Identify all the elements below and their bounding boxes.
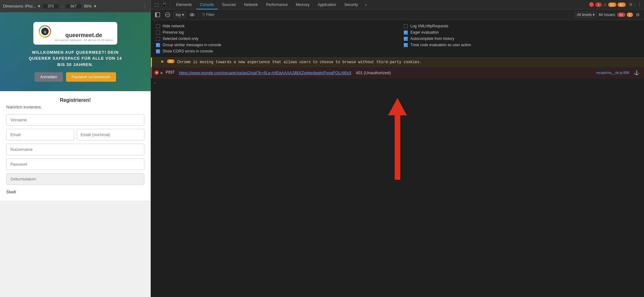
clear-icon xyxy=(165,12,170,17)
tab-elements[interactable]: Elements xyxy=(172,0,196,9)
warning-count-badge: 82 xyxy=(608,3,616,7)
username-input[interactable] xyxy=(6,144,144,155)
filter-icon: ▽ xyxy=(202,13,205,17)
context-label: top xyxy=(176,13,181,17)
devtools-panel: ⬚ 📱 Elements Console Sources Network Per… xyxy=(151,0,644,297)
warning-triangle-icon: ⚠ xyxy=(603,2,607,7)
show-cors-checkbox[interactable] xyxy=(156,49,160,53)
treat-code-label: Treat code evaluation as user action xyxy=(410,43,471,47)
eager-eval-label: Eager evaluation xyxy=(410,30,439,35)
error-count-badge: 1 xyxy=(595,3,602,7)
warning-count-badge2: 82 xyxy=(618,3,626,7)
birthdate-input[interactable] xyxy=(6,173,144,185)
setting-treat-code: Treat code evaluation as user action xyxy=(404,43,639,47)
issues-label: 84 Issues: xyxy=(599,13,616,17)
context-selector[interactable]: top ▾ xyxy=(174,12,186,18)
clear-console-button[interactable] xyxy=(164,11,172,18)
zoom-chevron[interactable]: ▾ xyxy=(94,4,96,8)
show-cors-label: Show CORS errors in console xyxy=(163,49,213,53)
email-confirm-input[interactable] xyxy=(77,129,145,140)
devtools-tabbar: ⬚ 📱 Elements Console Sources Network Per… xyxy=(151,0,644,9)
issues-settings-icon[interactable]: ⚙ xyxy=(634,11,641,18)
preserve-log-checkbox[interactable] xyxy=(156,30,160,35)
autocomplete-label: Autocomplete from history xyxy=(410,36,454,41)
warning-count: 82 xyxy=(167,59,175,63)
selected-context-checkbox[interactable] xyxy=(156,37,160,41)
hide-network-checkbox[interactable] xyxy=(156,24,160,28)
password-input[interactable] xyxy=(6,158,144,170)
error-expand-icon[interactable]: ▶ xyxy=(161,71,163,74)
error-source-link[interactable]: recaptcha__de.js:808 xyxy=(596,71,629,74)
setting-show-cors: Show CORS errors in console xyxy=(156,49,391,53)
browser-panel: Dimensions: iPho... ▾ x 86% ▾ ⋮ xyxy=(0,0,151,297)
setting-preserve-log: Preserve log xyxy=(156,30,391,35)
sidebar-toggle-button[interactable] xyxy=(153,11,162,18)
tab-network[interactable]: Network xyxy=(240,0,262,9)
log-level-selector[interactable]: All levels ▾ xyxy=(575,12,597,18)
error-message: ✕ ▶ POST https://www.google.com/recaptch… xyxy=(151,67,644,78)
logo-box: q queermeet.de dein queerer Safespace – … xyxy=(33,22,118,45)
dimensions-chevron[interactable]: ▾ xyxy=(38,4,40,8)
eager-eval-checkbox[interactable] xyxy=(404,30,408,35)
group-similar-checkbox[interactable] xyxy=(156,43,160,47)
log-xmlhttp-label: Log XMLHttpRequests xyxy=(410,24,448,28)
error-icon: ✕ xyxy=(154,70,159,75)
zoom-label: 86% xyxy=(84,4,92,8)
dimensions-label: Dimensions: iPho... xyxy=(3,4,36,8)
city-label: Stadt xyxy=(6,190,144,194)
firstname-input[interactable] xyxy=(6,114,144,126)
prompt-icon: › xyxy=(154,80,156,85)
filter-input[interactable] xyxy=(218,13,573,17)
inspect-element-icon[interactable]: ⬚ xyxy=(153,1,160,8)
error-link-icon[interactable]: ⚓ xyxy=(632,69,641,76)
tab-sources[interactable]: Sources xyxy=(218,0,240,9)
browser-content: q queermeet.de dein queerer Safespace – … xyxy=(0,13,151,297)
email-row xyxy=(6,129,144,140)
site-content: q queermeet.de dein queerer Safespace – … xyxy=(0,13,151,297)
setting-autocomplete: Autocomplete from history xyxy=(404,36,639,41)
tab-application[interactable]: Application xyxy=(314,0,340,9)
issues-error-badge: 82 xyxy=(617,13,625,17)
eye-button[interactable] xyxy=(188,11,196,18)
more-options-icon[interactable]: ⋮ xyxy=(142,3,147,9)
tab-security[interactable]: Security xyxy=(341,0,362,9)
autocomplete-checkbox[interactable] xyxy=(404,37,408,41)
filter-button[interactable]: ▽ Filter xyxy=(200,12,217,18)
tab-memory[interactable]: Memory xyxy=(292,0,313,9)
devtools-settings-icon[interactable]: ⚙ xyxy=(629,2,633,7)
console-messages: ▶ 82 Chrome is moving towards a new expe… xyxy=(151,58,644,297)
badge-group: 🔴 1 ⚠ 82 82 ⚙ ⋮ xyxy=(589,2,641,7)
svg-rect-7 xyxy=(155,13,157,17)
method-label: POST xyxy=(166,70,177,75)
logo-svg: q xyxy=(38,25,52,38)
email-input[interactable] xyxy=(6,129,74,140)
height-input[interactable] xyxy=(66,4,81,8)
selected-context-label: Selected context only xyxy=(163,36,198,41)
context-chevron-icon: ▾ xyxy=(182,13,184,17)
warning-message-text: Chrome is moving towards a new experienc… xyxy=(177,59,422,65)
login-button[interactable]: Anmelden xyxy=(35,72,63,82)
register-subtitle: Natürlich kostenlos. xyxy=(6,105,144,109)
hero-section: q queermeet.de dein queerer Safespace – … xyxy=(0,13,151,91)
tab-console[interactable]: Console xyxy=(196,0,218,9)
logo-sub: dein queerer Safespace – für alle von 14… xyxy=(55,39,113,41)
logo-text: queermeet.de xyxy=(55,32,113,39)
annotation-arrow-container xyxy=(151,87,644,197)
register-section: Registrieren! Natürlich kostenlos. Stadt xyxy=(0,91,151,201)
svg-point-11 xyxy=(191,14,193,15)
register-title: Registrieren! xyxy=(6,97,144,103)
reset-password-button[interactable]: Passwort zurücksetzen xyxy=(66,72,116,82)
warning-message: ▶ 82 Chrome is moving towards a new expe… xyxy=(151,58,644,67)
width-input[interactable] xyxy=(43,4,58,8)
treat-code-checkbox[interactable] xyxy=(404,43,408,47)
device-toggle-icon[interactable]: 📱 xyxy=(160,1,168,8)
error-url[interactable]: https://www.google.com/recaptcha/api2/pa… xyxy=(179,70,352,75)
hero-title: WILLKOMMEN AUF QUEERMEET! DEIN QUEERER S… xyxy=(6,49,144,68)
log-xmlhttp-checkbox[interactable] xyxy=(404,24,408,28)
warning-expand-icon[interactable]: ▶ xyxy=(161,59,164,63)
more-tabs-icon[interactable]: » xyxy=(362,2,369,7)
devtools-more-icon[interactable]: ⋮ xyxy=(637,2,641,7)
console-prompt: › xyxy=(151,78,644,87)
issues-warning-badge: 2 xyxy=(627,13,633,17)
tab-performance[interactable]: Performance xyxy=(262,0,291,9)
